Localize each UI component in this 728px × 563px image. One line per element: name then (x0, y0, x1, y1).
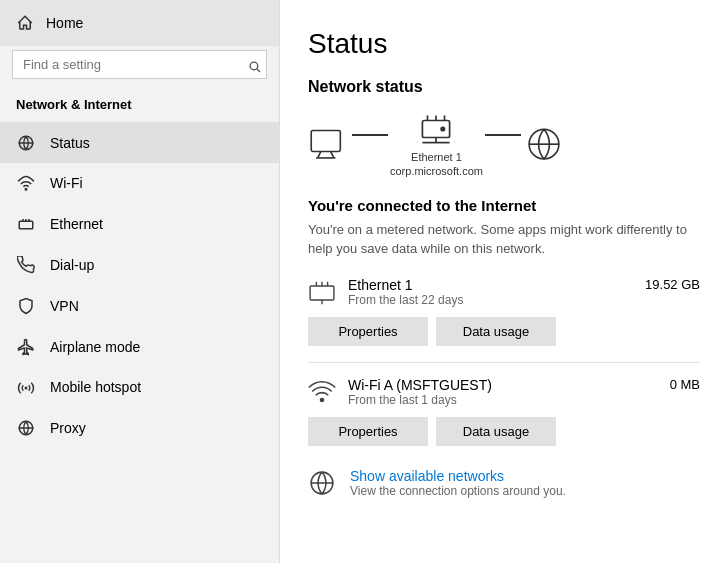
sidebar-item-ethernet[interactable]: Ethernet (0, 204, 279, 245)
network-diagram: Ethernet 1corp.microsoft.com (308, 112, 700, 179)
search-button[interactable] (248, 57, 261, 73)
dialup-icon (16, 256, 36, 275)
wifi-properties-button[interactable]: Properties (308, 417, 428, 446)
hotspot-icon (16, 378, 36, 397)
sidebar-item-airplane[interactable]: Airplane mode (0, 326, 279, 367)
search-input[interactable] (12, 50, 267, 79)
wifi-card-icon (308, 379, 336, 406)
show-networks-icon (308, 469, 336, 497)
wifi-sub: From the last 1 days (348, 393, 492, 407)
ethernet-buttons: Properties Data usage (308, 317, 700, 346)
ethernet-name: Ethernet 1 (348, 277, 463, 293)
sidebar-item-hotspot[interactable]: Mobile hotspot (0, 367, 279, 408)
ethernet-card: Ethernet 1 From the last 22 days 19.52 G… (308, 277, 700, 346)
sidebar-item-proxy[interactable]: Proxy (0, 408, 279, 449)
sidebar-home[interactable]: Home (0, 0, 279, 46)
svg-rect-25 (310, 286, 334, 300)
svg-line-13 (318, 152, 321, 158)
ethernet-card-header: Ethernet 1 From the last 22 days 19.52 G… (308, 277, 700, 307)
svg-line-1 (257, 69, 260, 72)
network-status-title: Network status (308, 78, 700, 96)
wifi-buttons: Properties Data usage (308, 417, 700, 446)
wifi-name: Wi-Fi A (MSFTGUEST) (348, 377, 492, 393)
internet-node (523, 126, 565, 164)
page-title: Status (308, 28, 700, 60)
router-node: Ethernet 1corp.microsoft.com (390, 112, 483, 179)
sidebar-item-label: Dial-up (50, 257, 94, 273)
connected-sub: You're on a metered network. Some apps m… (308, 220, 700, 259)
line2 (485, 134, 521, 136)
ethernet-properties-button[interactable]: Properties (308, 317, 428, 346)
svg-rect-16 (423, 121, 450, 138)
search-box (12, 50, 267, 79)
main-content: Status Network status (280, 0, 728, 563)
svg-point-30 (320, 398, 323, 401)
wifi-card-left: Wi-Fi A (MSFTGUEST) From the last 1 days (308, 377, 492, 407)
airplane-icon (16, 337, 36, 356)
wifi-card-header: Wi-Fi A (MSFTGUEST) From the last 1 days… (308, 377, 700, 407)
vpn-icon (16, 296, 36, 315)
ethernet-card-icon (308, 279, 336, 306)
ethernet-sub: From the last 22 days (348, 293, 463, 307)
router-label: Ethernet 1corp.microsoft.com (390, 150, 483, 179)
show-networks-title: Show available networks (350, 468, 566, 484)
ethernet-icon (16, 215, 36, 234)
ethernet-usage: 19.52 GB (645, 277, 700, 292)
show-networks[interactable]: Show available networks View the connect… (308, 462, 700, 504)
wifi-card: Wi-Fi A (MSFTGUEST) From the last 1 days… (308, 377, 700, 446)
sidebar-item-label: VPN (50, 298, 79, 314)
svg-point-0 (250, 62, 258, 70)
sidebar-item-label: Proxy (50, 420, 86, 436)
divider1 (308, 362, 700, 363)
wifi-usage: 0 MB (670, 377, 700, 392)
sidebar-section-title: Network & Internet (0, 89, 279, 122)
wifi-data-usage-button[interactable]: Data usage (436, 417, 556, 446)
sidebar-item-label: Airplane mode (50, 339, 140, 355)
wifi-icon (16, 174, 36, 193)
show-networks-text: Show available networks View the connect… (350, 468, 566, 498)
status-icon (16, 133, 36, 152)
sidebar-item-label: Ethernet (50, 216, 103, 232)
sidebar-item-status[interactable]: Status (0, 122, 279, 163)
sidebar-item-wifi[interactable]: Wi-Fi (0, 163, 279, 204)
wifi-info: Wi-Fi A (MSFTGUEST) From the last 1 days (348, 377, 492, 407)
proxy-icon (16, 419, 36, 438)
sidebar-item-dialup[interactable]: Dial-up (0, 245, 279, 286)
sidebar-item-label: Status (50, 135, 90, 151)
sidebar: Home Network & Internet Status (0, 0, 280, 563)
sidebar-item-label: Mobile hotspot (50, 379, 141, 395)
svg-rect-12 (311, 131, 340, 152)
home-icon (16, 14, 34, 32)
connected-heading: You're connected to the Internet (308, 197, 700, 214)
computer-icon (308, 128, 350, 162)
sidebar-item-label: Wi-Fi (50, 175, 83, 191)
svg-rect-5 (19, 221, 33, 229)
line1 (352, 134, 388, 136)
sidebar-item-vpn[interactable]: VPN (0, 285, 279, 326)
svg-point-20 (442, 127, 445, 130)
show-networks-sub: View the connection options around you. (350, 484, 566, 498)
globe-icon (523, 126, 565, 164)
ethernet-info: Ethernet 1 From the last 22 days (348, 277, 463, 307)
computer-node (308, 128, 350, 162)
ethernet-data-usage-button[interactable]: Data usage (436, 317, 556, 346)
svg-point-9 (25, 387, 27, 389)
svg-line-14 (331, 152, 334, 158)
ethernet-card-left: Ethernet 1 From the last 22 days (308, 277, 463, 307)
router-icon (418, 112, 454, 146)
home-label: Home (46, 15, 83, 31)
svg-point-4 (25, 188, 27, 190)
